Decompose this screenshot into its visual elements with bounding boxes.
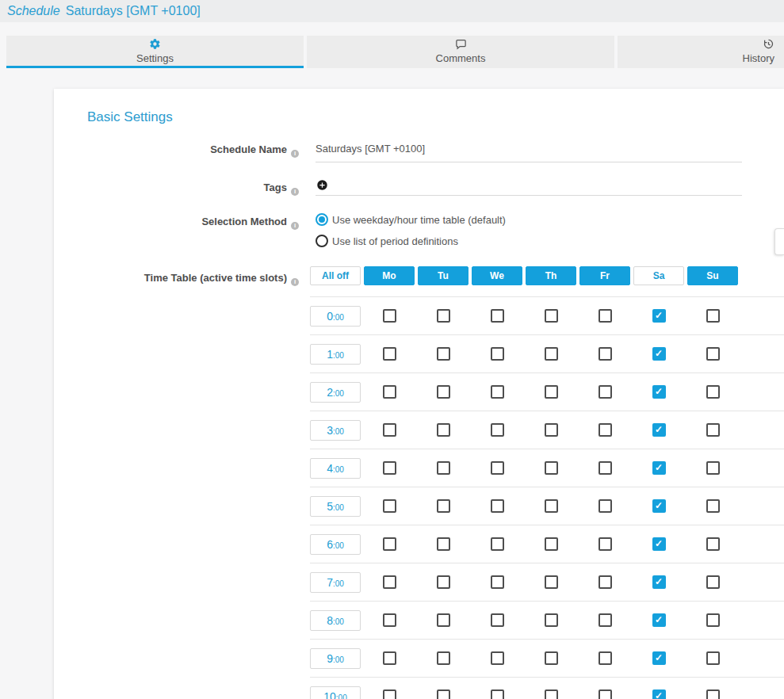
checkbox-tu-600[interactable] xyxy=(437,537,450,551)
hour-button-000[interactable]: 0:00 xyxy=(310,306,361,327)
checkbox-sa-200[interactable] xyxy=(652,385,666,399)
tab-history[interactable]: History xyxy=(618,36,784,68)
checkbox-we-1000[interactable] xyxy=(491,689,504,699)
checkbox-we-700[interactable] xyxy=(491,575,504,589)
info-icon[interactable]: i xyxy=(291,188,299,196)
checkbox-fr-200[interactable] xyxy=(599,385,612,399)
checkbox-fr-000[interactable] xyxy=(599,309,612,323)
checkbox-th-100[interactable] xyxy=(545,347,558,361)
hour-button-700[interactable]: 7:00 xyxy=(310,572,361,593)
checkbox-su-500[interactable] xyxy=(706,499,720,513)
checkbox-we-600[interactable] xyxy=(491,537,504,551)
checkbox-fr-600[interactable] xyxy=(599,537,612,551)
checkbox-su-600[interactable] xyxy=(706,537,720,551)
checkbox-sa-300[interactable] xyxy=(652,423,666,437)
day-button-fr[interactable]: Fr xyxy=(579,266,630,285)
checkbox-su-900[interactable] xyxy=(706,651,720,665)
hour-button-400[interactable]: 4:00 xyxy=(310,458,361,479)
hour-button-100[interactable]: 1:00 xyxy=(310,344,361,365)
checkbox-sa-100[interactable] xyxy=(652,347,666,361)
checkbox-tu-1000[interactable] xyxy=(437,689,450,699)
day-button-th[interactable]: Th xyxy=(526,266,576,285)
checkbox-fr-900[interactable] xyxy=(599,651,612,665)
checkbox-tu-800[interactable] xyxy=(437,613,450,627)
checkbox-we-500[interactable] xyxy=(491,499,504,513)
checkbox-fr-100[interactable] xyxy=(599,347,612,361)
checkbox-mo-800[interactable] xyxy=(383,613,396,627)
checkbox-su-200[interactable] xyxy=(706,385,720,399)
hour-button-900[interactable]: 9:00 xyxy=(310,648,361,669)
checkbox-sa-600[interactable] xyxy=(652,537,666,551)
checkbox-mo-700[interactable] xyxy=(383,575,396,589)
info-icon[interactable]: i xyxy=(291,150,299,158)
checkbox-we-000[interactable] xyxy=(491,309,504,323)
checkbox-su-400[interactable] xyxy=(706,461,720,475)
checkbox-fr-800[interactable] xyxy=(599,613,612,627)
checkbox-th-500[interactable] xyxy=(545,499,558,513)
checkbox-th-000[interactable] xyxy=(545,309,558,323)
checkbox-we-200[interactable] xyxy=(491,385,504,399)
radio-option-period-list[interactable]: Use list of period definitions xyxy=(316,235,742,247)
checkbox-tu-100[interactable] xyxy=(437,347,450,361)
checkbox-fr-700[interactable] xyxy=(599,575,612,589)
checkbox-su-300[interactable] xyxy=(706,423,720,437)
checkbox-mo-000[interactable] xyxy=(383,309,396,323)
info-icon[interactable]: i xyxy=(291,278,299,286)
hour-button-200[interactable]: 2:00 xyxy=(310,382,361,403)
checkbox-su-800[interactable] xyxy=(706,613,720,627)
checkbox-su-100[interactable] xyxy=(706,347,720,361)
checkbox-tu-300[interactable] xyxy=(437,423,450,437)
tab-comments[interactable]: Comments xyxy=(307,36,614,68)
day-button-su[interactable]: Su xyxy=(687,266,738,285)
checkbox-we-300[interactable] xyxy=(491,423,504,437)
checkbox-tu-500[interactable] xyxy=(437,499,450,513)
checkbox-tu-400[interactable] xyxy=(437,461,450,475)
checkbox-th-1000[interactable] xyxy=(545,689,558,699)
checkbox-th-800[interactable] xyxy=(545,613,558,627)
checkbox-sa-000[interactable] xyxy=(652,309,666,323)
checkbox-mo-600[interactable] xyxy=(383,537,396,551)
checkbox-sa-900[interactable] xyxy=(652,651,666,665)
checkbox-we-400[interactable] xyxy=(491,461,504,475)
checkbox-sa-400[interactable] xyxy=(652,461,666,475)
checkbox-th-700[interactable] xyxy=(545,575,558,589)
checkbox-tu-700[interactable] xyxy=(437,575,450,589)
hour-button-600[interactable]: 6:00 xyxy=(310,534,361,555)
checkbox-mo-200[interactable] xyxy=(383,385,396,399)
checkbox-tu-000[interactable] xyxy=(437,309,450,323)
checkbox-sa-800[interactable] xyxy=(652,613,666,627)
hour-button-1000[interactable]: 10:00 xyxy=(310,686,361,699)
checkbox-mo-300[interactable] xyxy=(383,423,396,437)
hour-button-800[interactable]: 8:00 xyxy=(310,610,361,631)
checkbox-tu-900[interactable] xyxy=(437,651,450,665)
radio-option-timetable[interactable]: Use weekday/hour time table (default) xyxy=(316,213,742,226)
all-off-button[interactable]: All off xyxy=(310,266,361,285)
info-icon[interactable]: i xyxy=(291,222,299,230)
checkbox-th-200[interactable] xyxy=(545,385,558,399)
checkbox-mo-900[interactable] xyxy=(383,651,396,665)
side-flyout-handle[interactable] xyxy=(774,228,784,255)
hour-button-500[interactable]: 5:00 xyxy=(310,496,361,517)
day-button-sa[interactable]: Sa xyxy=(633,266,684,285)
schedule-name-input[interactable]: Saturdays [GMT +0100] xyxy=(316,141,742,162)
checkbox-th-300[interactable] xyxy=(545,423,558,437)
checkbox-fr-500[interactable] xyxy=(599,499,612,513)
checkbox-th-900[interactable] xyxy=(545,651,558,665)
tab-settings[interactable]: Settings xyxy=(6,36,304,68)
hour-button-300[interactable]: 3:00 xyxy=(310,420,361,441)
day-button-we[interactable]: We xyxy=(472,266,522,285)
radio-selected-icon[interactable] xyxy=(316,213,328,226)
checkbox-mo-400[interactable] xyxy=(383,461,396,475)
day-button-tu[interactable]: Tu xyxy=(418,266,468,285)
checkbox-su-1000[interactable] xyxy=(706,689,720,699)
checkbox-we-800[interactable] xyxy=(491,613,504,627)
checkbox-th-600[interactable] xyxy=(545,537,558,551)
checkbox-mo-500[interactable] xyxy=(383,499,396,513)
checkbox-fr-400[interactable] xyxy=(599,461,612,475)
checkbox-mo-100[interactable] xyxy=(383,347,396,361)
day-button-mo[interactable]: Mo xyxy=(364,266,415,285)
radio-unselected-icon[interactable] xyxy=(316,235,328,247)
checkbox-th-400[interactable] xyxy=(545,461,558,475)
checkbox-we-900[interactable] xyxy=(491,651,504,665)
checkbox-su-700[interactable] xyxy=(706,575,720,589)
